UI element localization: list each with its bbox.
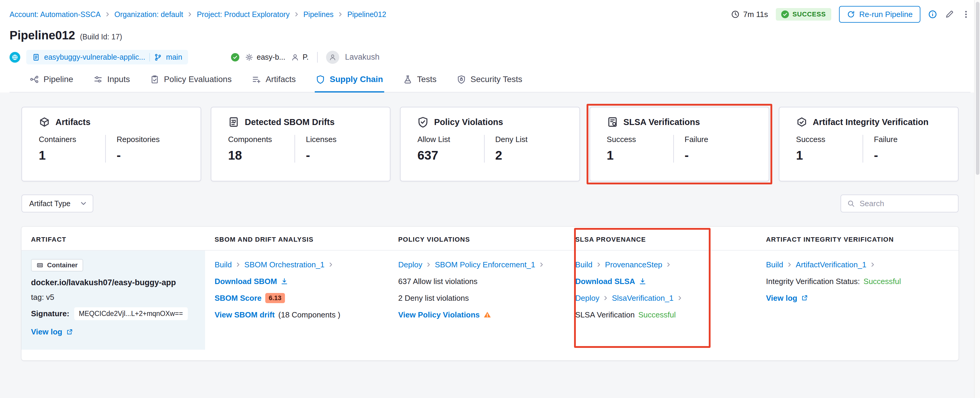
tab-label: Inputs xyxy=(107,75,130,84)
shield-check-icon xyxy=(417,117,429,128)
breadcrumb-pipeline012[interactable]: Pipeline012 xyxy=(347,10,386,19)
repository-icon xyxy=(32,53,40,61)
gear-icon xyxy=(245,53,253,61)
branch-name: main xyxy=(166,53,182,61)
policy-stage-link[interactable]: Deploy xyxy=(398,260,422,269)
download-icon xyxy=(280,278,288,285)
search-box[interactable] xyxy=(840,195,959,213)
metric-integrity-success: Success 1 xyxy=(796,135,862,163)
view-policy-violations-link[interactable]: View Policy Violations xyxy=(398,310,480,320)
metric-label: Containers xyxy=(39,135,105,144)
tab-security-tests[interactable]: Security Tests xyxy=(456,72,524,93)
tab-supply-chain[interactable]: Supply Chain xyxy=(315,72,384,93)
chevron-right-icon xyxy=(426,262,431,267)
metric-allow-list: Allow List 637 xyxy=(417,135,484,163)
breadcrumb-pipelines[interactable]: Pipelines xyxy=(304,10,334,19)
metric-containers: Containers 1 xyxy=(39,135,105,163)
sbom-score-link[interactable]: SBOM Score xyxy=(215,294,262,303)
metric-value: - xyxy=(874,148,947,163)
download-slsa-link[interactable]: Download SLSA xyxy=(575,277,635,286)
metric-integrity-failure: Failure - xyxy=(862,135,947,163)
chevron-right-icon xyxy=(235,262,241,267)
user-name: Lavakush xyxy=(345,53,380,62)
card-policy-violations: Policy Violations Allow List 637 Deny Li… xyxy=(400,107,580,181)
table-row: Container docker.io/lavakush07/easy-bugg… xyxy=(21,251,959,350)
policy-evaluations-icon xyxy=(150,75,159,84)
sbom-step-path: Build SBOM Orchestration_1 xyxy=(215,259,379,270)
repo-branch-chip[interactable]: easybuggy-vulnerable-applic... main xyxy=(26,50,188,64)
integrity-view-log-link[interactable]: View log xyxy=(766,294,797,303)
scrollbar-thumb[interactable] xyxy=(976,2,979,175)
breadcrumb: Account: Automation-SSCA Organization: d… xyxy=(10,10,386,19)
card-title: Artifacts xyxy=(56,117,91,127)
tab-pipeline[interactable]: Pipeline xyxy=(29,72,75,93)
tab-inputs[interactable]: Inputs xyxy=(92,72,131,93)
sbom-step-link[interactable]: SBOM Orchestration_1 xyxy=(244,260,325,269)
download-icon xyxy=(639,278,646,285)
slsa-verification-step-link[interactable]: SlsaVerification_1 xyxy=(612,294,674,303)
status-badge-text: SUCCESS xyxy=(792,10,826,18)
rerun-pipeline-button[interactable]: Re-run Pipeline xyxy=(839,6,920,23)
policy-cell: Deploy SBOM Policy Enforcement_1 637 All… xyxy=(389,251,566,350)
metric-value: 2 xyxy=(495,148,569,163)
metric-value: 637 xyxy=(417,148,484,163)
chevron-right-icon xyxy=(539,262,544,267)
trigger-info: easy-b... xyxy=(245,53,285,61)
more-options-icon[interactable] xyxy=(961,10,970,19)
slsa-cell: Build ProvenanceStep Download SLSA Deplo… xyxy=(566,251,756,350)
info-icon[interactable] xyxy=(928,10,937,19)
artifact-verification-step-link[interactable]: ArtifactVerification_1 xyxy=(796,260,867,269)
tab-label: Artifacts xyxy=(266,75,296,84)
table-header-row: ARTIFACT SBOM AND DRIFT ANALYSIS POLICY … xyxy=(21,227,959,251)
page-title: Pipeline012 xyxy=(10,29,75,42)
metric-value: 18 xyxy=(228,148,294,163)
user-icon xyxy=(329,54,336,61)
card-artifact-integrity-wrap: Artifact Integrity Verification Success … xyxy=(779,107,959,181)
tab-policy-evaluations[interactable]: Policy Evaluations xyxy=(149,72,233,93)
sbom-drift-detail: (18 Components ) xyxy=(278,310,340,320)
chevron-right-icon xyxy=(603,296,608,301)
metric-label: Allow List xyxy=(417,135,484,144)
metric-deny-list: Deny List 2 xyxy=(484,135,569,163)
breadcrumb-organization[interactable]: Organization: default xyxy=(115,10,183,19)
repo-name: easybuggy-vulnerable-applic... xyxy=(44,53,145,61)
scrollbar xyxy=(974,0,980,398)
metric-value: - xyxy=(306,148,379,163)
slsa-build-stage-link[interactable]: Build xyxy=(575,260,593,269)
avatar xyxy=(326,51,339,64)
integrity-stage-link[interactable]: Build xyxy=(766,260,783,269)
tab-tests[interactable]: Tests xyxy=(402,72,438,93)
card-slsa-verifications-wrap: SLSA Verifications Success 1 Failure - xyxy=(590,107,769,181)
metric-slsa-failure: Failure - xyxy=(673,135,758,163)
download-slsa-line: Download SLSA xyxy=(575,276,747,287)
slsa-deploy-stage-link[interactable]: Deploy xyxy=(575,294,600,303)
slsa-verification-path: Deploy SlsaVerification_1 xyxy=(575,293,747,304)
search-input[interactable] xyxy=(859,199,952,208)
artifact-type-badge: Container xyxy=(31,259,83,272)
breadcrumb-account[interactable]: Account: Automation-SSCA xyxy=(10,10,101,19)
user-icon xyxy=(291,53,299,61)
artifact-view-log-link[interactable]: View log xyxy=(31,327,73,337)
card-artifact-integrity: Artifact Integrity Verification Success … xyxy=(779,107,959,181)
view-log-label: View log xyxy=(31,327,62,337)
download-sbom-link[interactable]: Download SBOM xyxy=(215,277,277,286)
status-dot-icon xyxy=(231,53,239,61)
chevron-right-icon xyxy=(596,262,601,267)
title-row: Pipeline012 (Build Id: 17) xyxy=(10,29,970,42)
artifact-type-select[interactable]: Artifact Type xyxy=(21,195,93,213)
allow-list-text: 637 Allow list violations xyxy=(398,277,477,286)
security-tests-icon xyxy=(457,75,466,84)
inputs-icon xyxy=(94,75,103,84)
sbom-drift-line: View SBOM drift (18 Components ) xyxy=(215,309,379,320)
provenance-step-link[interactable]: ProvenanceStep xyxy=(605,260,662,269)
integrity-step-path: Build ArtifactVerification_1 xyxy=(766,259,949,270)
trigger-short: P. xyxy=(302,53,309,61)
tab-artifacts[interactable]: Artifacts xyxy=(251,72,297,93)
card-sbom-drifts: Detected SBOM Drifts Components 18 Licen… xyxy=(211,107,390,181)
edit-pencil-icon[interactable] xyxy=(945,10,954,19)
view-sbom-drift-link[interactable]: View SBOM drift xyxy=(215,310,275,320)
policy-step-link[interactable]: SBOM Policy Enforcement_1 xyxy=(435,260,535,269)
sbom-stage-link[interactable]: Build xyxy=(215,260,232,269)
breadcrumb-project[interactable]: Project: Product Exploratory xyxy=(197,10,290,19)
view-policy-violations-line: View Policy Violations xyxy=(398,309,556,320)
